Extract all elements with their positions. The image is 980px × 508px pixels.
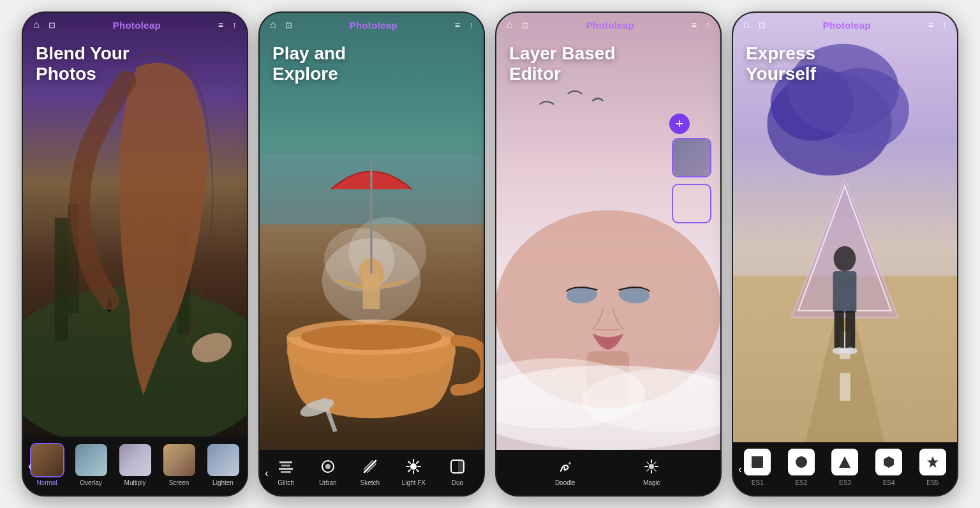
layer-thumb-2[interactable] — [672, 184, 711, 223]
tool-magic[interactable]: Magic — [641, 456, 662, 486]
blend-label-lighten: Lighten — [212, 479, 234, 486]
header-left-icons-4: ⌂ ⊡ — [743, 19, 766, 31]
tools-row-2: Glitch Urban Sketch — [260, 456, 484, 486]
doodle-icon — [555, 456, 575, 477]
app-title-3: Photoleap — [586, 20, 634, 31]
screen-3-title: Layer BasedEditor — [509, 43, 708, 84]
share-icon-2[interactable]: ↑ — [469, 20, 473, 30]
share-icon-3[interactable]: ↑ — [706, 20, 710, 30]
tool-glitch[interactable]: Glitch — [276, 456, 296, 486]
layer-thumb-1[interactable] — [672, 138, 711, 177]
es-label-5: ES5 — [919, 479, 946, 486]
blend-label-overlay: Overlay — [80, 479, 101, 486]
urban-icon — [318, 456, 338, 477]
shapes-icons-row — [738, 449, 952, 475]
tool-duo[interactable]: Duo — [447, 456, 468, 486]
screen-1-image: Blend YourPhotos — [23, 13, 247, 437]
home-icon-3[interactable]: ⌂ — [507, 19, 513, 31]
svg-point-74 — [843, 347, 858, 354]
layers-icon-2[interactable]: ≡ — [455, 20, 460, 30]
bottom-bar-4: ‹ — [733, 442, 957, 495]
layers-icon-1[interactable]: ≡ — [218, 20, 223, 30]
header-left-icons-2: ⌂ ⊡ — [270, 19, 292, 31]
tool-doodle[interactable]: Doodle — [555, 456, 575, 486]
home-icon-1[interactable]: ⌂ — [33, 19, 40, 31]
shape-triangle[interactable] — [831, 449, 858, 475]
svg-rect-24 — [281, 471, 291, 473]
shapes-section: ES1 ES2 ES3 ES4 ES5 — [733, 449, 957, 486]
blend-thumb-img-screen — [162, 443, 197, 477]
share-icon-1[interactable]: ↑ — [232, 20, 237, 30]
bottom-bar-1: ‹ Normal Overlay — [23, 437, 247, 495]
crop-icon-1[interactable]: ⊡ — [48, 20, 56, 30]
layers-icon-4[interactable]: ≡ — [928, 20, 933, 30]
svg-rect-18 — [363, 274, 380, 309]
tool-label-sketch: Sketch — [360, 479, 380, 486]
duo-icon — [447, 456, 468, 477]
svg-point-48 — [568, 462, 571, 465]
bottom-bar-3: Doodle Magic — [496, 450, 720, 495]
shape-hexagon[interactable] — [875, 449, 902, 475]
back-arrow-4[interactable]: ‹ — [738, 462, 742, 475]
svg-line-38 — [408, 470, 410, 472]
blend-label-normal: Normal — [36, 479, 57, 486]
add-layer-button[interactable]: + — [669, 114, 690, 134]
svg-point-11 — [301, 324, 442, 350]
screen-4-image: ExpressYourself — [733, 13, 957, 442]
home-icon-2[interactable]: ⌂ — [270, 19, 276, 31]
tool-urban[interactable]: Urban — [318, 456, 338, 486]
svg-marker-78 — [884, 456, 894, 468]
svg-point-76 — [796, 456, 807, 468]
header-right-icons-1: ≡ ↑ — [218, 20, 237, 30]
svg-marker-77 — [839, 456, 850, 468]
home-icon-4[interactable]: ⌂ — [743, 19, 750, 31]
header-right-icons-3: ≡ ↑ — [692, 20, 710, 30]
blend-thumb-img-lighten — [206, 443, 241, 477]
es-labels-row: ES1 ES2 ES3 ES4 ES5 — [738, 479, 952, 486]
phone-screen-4: ⌂ ⊡ Photoleap ≡ ↑ — [732, 11, 958, 497]
blend-thumb-img-normal — [30, 443, 64, 477]
shape-star[interactable] — [919, 449, 946, 475]
app-title-4: Photoleap — [823, 20, 871, 31]
back-arrow-2[interactable]: ‹ — [265, 466, 269, 479]
blend-thumb-lighten[interactable]: Lighten — [206, 443, 241, 486]
header-1: ⌂ ⊡ Photoleap ≡ ↑ — [23, 13, 247, 36]
tool-sketch[interactable]: Sketch — [360, 456, 380, 486]
share-icon-4[interactable]: ↑ — [942, 20, 947, 30]
crop-icon-4[interactable]: ⊡ — [759, 20, 766, 30]
blend-thumb-img-multiply — [118, 443, 152, 477]
blend-thumb-img-overlay — [74, 443, 108, 477]
screen-2-image: Play andExplore — [260, 13, 484, 450]
svg-point-26 — [325, 464, 330, 469]
phone-screen-2: ⌂ ⊡ Photoleap ≡ ↑ — [258, 11, 485, 497]
tool-label-glitch: Glitch — [278, 479, 294, 486]
svg-rect-23 — [279, 468, 293, 470]
bottom-bar-2: ‹ Glitch Urban — [260, 450, 484, 495]
svg-rect-22 — [281, 465, 290, 467]
svg-point-69 — [834, 246, 856, 271]
svg-line-35 — [408, 461, 410, 463]
blend-thumb-overlay[interactable]: Overlay — [74, 443, 108, 486]
tool-label-magic: Magic — [643, 479, 660, 486]
blend-thumb-normal[interactable]: Normal — [30, 443, 64, 486]
shape-square[interactable] — [744, 449, 771, 475]
es-label-1: ES1 — [744, 479, 771, 486]
tool-lightfx[interactable]: Light FX — [402, 456, 426, 486]
header-4: ⌂ ⊡ Photoleap ≡ ↑ — [733, 13, 957, 36]
layers-icon-3[interactable]: ≡ — [692, 20, 697, 30]
crop-icon-2[interactable]: ⊡ — [285, 20, 292, 30]
header-2: ⌂ ⊡ Photoleap ≡ ↑ — [260, 13, 484, 36]
blend-thumb-multiply[interactable]: Multiply — [118, 443, 152, 486]
crop-icon-3[interactable]: ⊡ — [522, 20, 529, 30]
back-arrow-1[interactable]: ‹ — [28, 459, 32, 473]
phone-screen-3: ⌂ ⊡ Photoleap ≡ ↑ — [495, 11, 722, 497]
s3-tools-row: Doodle Magic — [496, 456, 720, 486]
blend-thumb-screen[interactable]: Screen — [162, 443, 197, 486]
svg-point-53 — [649, 464, 654, 469]
header-left-icons-1: ⌂ ⊡ — [33, 19, 56, 31]
svg-line-55 — [654, 469, 656, 471]
shape-circle[interactable] — [788, 449, 815, 475]
svg-rect-71 — [835, 311, 844, 349]
svg-line-54 — [647, 462, 649, 464]
svg-rect-75 — [752, 456, 763, 468]
